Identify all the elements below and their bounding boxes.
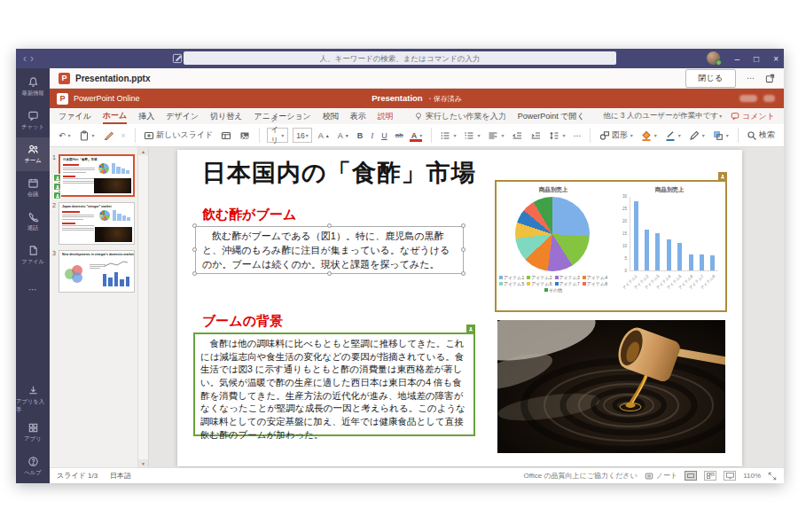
sidebar-item-chat[interactable]: チャット (16, 104, 50, 137)
ribbon-more-button[interactable]: ⋯ (571, 130, 583, 141)
menu-transitions[interactable]: 切り替え (210, 108, 242, 124)
shapes-button[interactable]: 図形 (598, 129, 635, 142)
thumbnail-scrollbar[interactable]: ▲ ▼ (137, 147, 148, 467)
coauthor-locked-textbox[interactable]: 食酢は他の調味料に比べもともと堅調に推移してきた。これには減塩志向や食生活の変化… (193, 332, 475, 436)
font-name-select[interactable]: メイリオ (267, 128, 289, 143)
shape-outline-button[interactable] (663, 129, 683, 142)
slide-sorter-view-button[interactable] (704, 471, 716, 481)
resize-handle[interactable] (327, 271, 332, 276)
compose-icon[interactable] (172, 52, 184, 64)
menu-home[interactable]: ホーム (103, 108, 127, 124)
menu-view[interactable]: 表示 (350, 108, 366, 124)
sidebar-item-help[interactable]: ヘルプ (16, 450, 50, 483)
slide-thumbnail-panel: ▲ ▼ 1 日本国内の「食酢」市場 (50, 147, 149, 467)
shrink-font-button[interactable]: A▼ (336, 130, 351, 141)
undo-button[interactable]: ↶ (57, 130, 73, 141)
menu-design[interactable]: デザイン (166, 108, 199, 124)
nav-back-forward-icons[interactable]: ‹› (23, 52, 37, 65)
selected-textbox[interactable]: 飲む酢がブームである（図1）。特に、鹿児島の黒酢と、沖縄のもろみ酢に注目が集まっ… (195, 226, 464, 274)
resize-handle[interactable] (192, 223, 197, 228)
popout-icon[interactable] (765, 74, 775, 83)
menu-help[interactable]: 説明 (378, 108, 394, 124)
layout-button[interactable] (219, 129, 233, 142)
picture-button[interactable] (238, 129, 252, 142)
menu-review[interactable]: 校閲 (323, 108, 339, 124)
slide-title[interactable]: 日本国内の「食酢」市場 (202, 157, 476, 189)
zoom-level[interactable]: 110% (743, 472, 761, 480)
new-slide-button[interactable]: 新しいスライド (142, 129, 215, 142)
menu-insert[interactable]: 挿入 (138, 108, 154, 124)
close-file-button[interactable]: 閉じる (685, 69, 736, 88)
slide-canvas[interactable]: 日本国内の「食酢」市場 飲む酢がブーム 飲む酢がブームである（図1）。特に、鹿児… (177, 150, 742, 466)
scroll-up-icon[interactable]: ▲ (138, 147, 148, 155)
menu-animations[interactable]: アニメーション (254, 108, 311, 124)
resize-handle[interactable] (327, 223, 332, 228)
resize-handle[interactable] (192, 271, 197, 276)
close-window-button[interactable]: × (773, 54, 778, 64)
file-name: Presentation.pptx (75, 74, 150, 83)
bar-chart[interactable]: 051015202530 アイテム1アイテム2アイテム3アイテム4アイテム5アイ… (615, 197, 724, 309)
resize-handle[interactable] (192, 247, 197, 252)
thumb-number: 2 (52, 202, 56, 208)
draw-pen-button[interactable] (687, 129, 707, 142)
italic-button[interactable]: I (369, 130, 375, 141)
section-heading-1[interactable]: 飲む酢がブーム (202, 207, 296, 223)
sidebar-item-teams[interactable]: チーム (16, 137, 50, 171)
align-button[interactable] (486, 129, 505, 142)
chart-group[interactable]: 商品別売上 アイテム1アイテム2アイテム3アイテム4アイテム5アイテム6アイテム… (495, 180, 727, 312)
section-heading-2[interactable]: ブームの背景 (202, 313, 283, 330)
tell-me-box[interactable]: 実行したい作業を入力 (414, 111, 506, 122)
pen-icon (689, 130, 700, 141)
pie-chart[interactable] (515, 197, 590, 271)
slideshow-view-button[interactable] (724, 471, 736, 481)
bold-button[interactable]: B (356, 130, 365, 141)
delete-button[interactable]: × (120, 130, 128, 141)
language-status[interactable]: 日本語 (110, 471, 131, 481)
font-color-button[interactable]: A (410, 130, 425, 141)
resize-handle[interactable] (461, 271, 466, 276)
scroll-down-icon[interactable]: ▼ (138, 459, 148, 467)
indent-button[interactable] (528, 129, 543, 142)
resize-handle[interactable] (461, 223, 466, 228)
underline-button[interactable]: U (379, 130, 389, 141)
sidebar-item-calls[interactable]: 通話 (16, 205, 50, 239)
normal-view-button[interactable] (685, 471, 697, 481)
bullets-button[interactable] (438, 129, 458, 142)
format-painter-button[interactable] (101, 129, 115, 142)
maximize-button[interactable]: □ (754, 54, 759, 64)
teams-search-input[interactable] (184, 51, 616, 65)
legend-item: アイテム2 (527, 275, 552, 280)
sidebar-item-apps[interactable]: アプリ (16, 416, 50, 450)
sidebar-item-activity[interactable]: 最新情報 (16, 70, 50, 104)
vinegar-ladle-photo[interactable] (497, 320, 725, 453)
legend-item: アイテム5 (499, 281, 524, 286)
sidebar-item-more[interactable]: ⋯ (16, 272, 50, 306)
strikethrough-button[interactable]: ab (394, 130, 405, 140)
slide-thumbnail-2[interactable]: Japan domestic "vinegar" market (59, 202, 135, 245)
slide-thumbnail-3[interactable]: New developments in vinegar's domestic m… (59, 250, 135, 293)
sidebar-item-files[interactable]: ファイル (16, 239, 50, 272)
outdent-button[interactable] (510, 129, 524, 142)
fit-to-window-icon[interactable] (768, 472, 777, 481)
more-icon: ⋯ (28, 285, 37, 294)
sidebar-item-meetings[interactable]: 会議 (16, 171, 50, 205)
shape-fill-button[interactable] (639, 129, 659, 142)
numbering-button[interactable] (462, 129, 481, 142)
feedback-link[interactable]: Office の品質向上にご協力ください (523, 471, 637, 481)
slide-thumbnail-1[interactable]: 日本国内の「食酢」市場 (59, 154, 135, 197)
grow-font-button[interactable]: A▲ (317, 130, 332, 141)
sidebar-item-get-app[interactable]: アプリを入手 (16, 382, 50, 416)
resize-handle[interactable] (461, 247, 466, 252)
arrange-button[interactable] (711, 129, 731, 142)
comments-button[interactable]: コメント (731, 111, 775, 122)
find-button[interactable]: 検索 (745, 129, 777, 142)
open-in-powerpoint[interactable]: PowerPoint で開く (518, 108, 585, 124)
notes-toggle[interactable]: ノート (645, 471, 677, 481)
font-size-select[interactable]: 16 (293, 128, 311, 143)
line-spacing-button[interactable] (547, 129, 567, 142)
coauthors-status[interactable]: 他に 3 人のユーザーが作業中です (603, 111, 722, 121)
menu-file[interactable]: ファイル (59, 108, 91, 124)
minimize-button[interactable]: – (735, 54, 740, 64)
paste-button[interactable] (77, 129, 97, 142)
tab-more-icon[interactable]: ⋯ (747, 74, 755, 82)
